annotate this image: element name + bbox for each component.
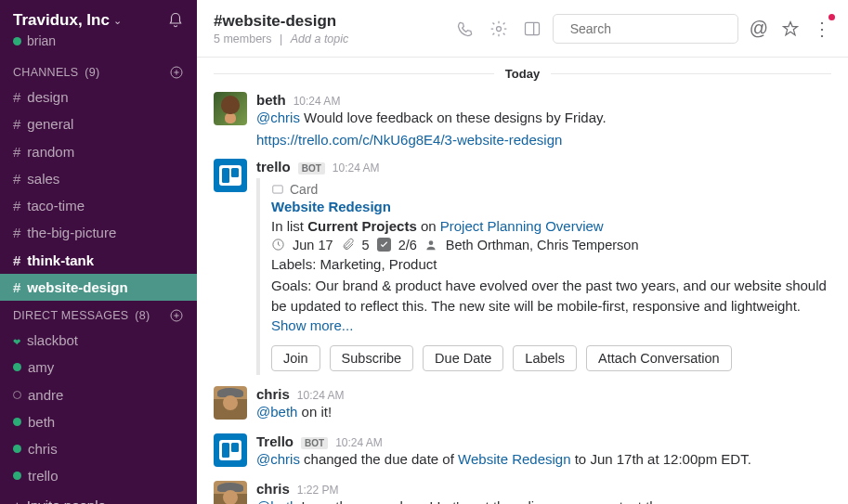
sidebar-channel-the-big-picture[interactable]: #the-big-picture [0,219,197,246]
more-icon[interactable]: ⋮ [813,18,831,40]
avatar[interactable] [214,386,247,420]
channel-name: design [27,86,68,108]
sidebar-channel-general[interactable]: #general [0,110,197,137]
sidebar: Travidux, Inc ⌄ brian CHANNELS (9) #desi… [0,0,197,504]
channel-title: #website-design [214,12,445,31]
dms-count: (8) [135,309,150,322]
channel-name: taco-time [27,195,85,216]
message-author[interactable]: beth [256,92,286,108]
join-button[interactable]: Join [271,345,320,371]
attach-conversation-button[interactable]: Attach Conversation [586,345,732,371]
add-dm-icon[interactable] [169,308,184,323]
svg-point-7 [429,240,434,245]
phone-icon[interactable] [456,19,475,38]
sidebar-dm-trello[interactable]: trello [0,462,197,489]
dm-name: slackbot [27,330,78,351]
avatar[interactable] [214,159,247,192]
sidebar-dm-chris[interactable]: chris [0,435,197,462]
notification-badge [828,14,835,20]
checklist-icon [377,238,391,252]
workspace-switcher[interactable]: Travidux, Inc ⌄ [13,11,122,30]
show-more[interactable]: Show more... [271,317,353,333]
card-location: In list Current Projects on Project Plan… [271,218,831,234]
message-text: @beth Love these mockups! Let's get them… [256,497,831,505]
add-topic[interactable]: Add a topic [291,32,349,45]
attachment-icon [341,238,355,252]
card-members: Beth Orthman, Chris Temperson [446,238,639,252]
svg-rect-5 [273,186,283,193]
hash-icon: # [13,250,20,271]
message-author[interactable]: Trello [256,433,294,449]
day-divider: Today [214,67,831,81]
avatar[interactable] [214,92,247,125]
search-box[interactable] [553,14,738,44]
sidebar-channel-sales[interactable]: #sales [0,165,197,192]
channel-name: the-big-picture [27,222,116,243]
trello-attachment: Card Website Redesign In list Current Pr… [256,178,831,375]
hash-icon: # [13,195,20,216]
trello-link[interactable]: https://trello.com/c/NkU6g8E4/3-website-… [256,132,562,148]
subscribe-button[interactable]: Subscribe [330,345,413,371]
board-link[interactable]: Project Planning Overview [440,218,604,234]
notifications-icon[interactable] [167,12,184,29]
sidebar-channel-random[interactable]: #random [0,138,197,165]
mention[interactable]: @beth [256,498,297,505]
message-author[interactable]: trello [256,159,291,174]
message-text: @chris changed the due date of Website R… [256,449,831,470]
channel-header: #website-design 5 members | Add a topic [214,12,445,45]
member-count[interactable]: 5 members [214,32,272,45]
card-link[interactable]: Website Redesign [458,451,570,467]
star-icon[interactable] [781,19,800,38]
sidebar-dm-slackbot[interactable]: slackbot [0,327,197,354]
labels-button[interactable]: Labels [513,345,577,371]
sidebar-dm-andre[interactable]: andre [0,381,197,408]
workspace-name: Travidux, Inc [13,11,110,30]
message-time: 10:24 AM [335,436,383,449]
dms-label: DIRECT MESSAGES [13,309,128,322]
message: beth 10:24 AM @chris Would love feedback… [214,86,831,153]
current-user[interactable]: brian [0,33,197,58]
dm-list: slackbotamyandrebethchristrello [0,327,197,490]
search-input[interactable] [570,21,733,36]
card-type: Card [271,182,831,197]
sidebar-channel-design[interactable]: #design [0,84,197,110]
chevron-down-icon: ⌄ [113,15,122,27]
message-author[interactable]: chris [256,481,290,497]
mentions-icon[interactable]: @ [750,18,768,39]
mention[interactable]: @chris [256,110,300,125]
sidebar-channel-taco-time[interactable]: #taco-time [0,192,197,219]
message-pane[interactable]: Today beth 10:24 AM @chris Would love fe… [197,58,848,504]
mention[interactable]: @beth [256,404,297,420]
message: trello BOT 10:24 AM Card Website Redesig… [214,153,831,381]
hash-icon: # [13,141,20,162]
channel-actions [456,19,541,38]
card-description: Goals: Our brand & product have evolved … [271,276,831,336]
sidebar-dm-beth[interactable]: beth [0,408,197,435]
sidebar-channel-think-tank[interactable]: #think-tank [0,247,197,274]
due-date-button[interactable]: Due Date [423,345,503,371]
panel-icon[interactable] [523,19,541,38]
dms-section-header: DIRECT MESSAGES (8) [0,301,197,327]
dm-name: chris [28,438,58,459]
dm-name: andre [28,384,63,406]
gear-icon[interactable] [489,19,508,38]
hash-icon: # [13,168,20,189]
hash-icon: # [13,113,20,135]
sidebar-dm-amy[interactable]: amy [0,354,197,381]
avatar[interactable] [214,433,247,467]
trello-icon [219,440,241,460]
sidebar-channel-website-design[interactable]: #website-design [0,274,197,301]
day-label: Today [505,67,540,81]
message-author[interactable]: chris [256,386,290,402]
presence-dot-icon [13,391,21,399]
invite-people[interactable]: +Invite people [0,490,197,505]
add-channel-icon[interactable] [169,65,184,80]
channel-name: sales [27,168,59,189]
channels-count: (9) [85,66,99,79]
presence-dot-icon [13,445,21,453]
card-title[interactable]: Website Redesign [271,199,831,214]
mention[interactable]: @chris [256,451,300,467]
channel-name: website-design [27,277,127,298]
avatar[interactable] [214,481,247,505]
divider: | [280,32,282,45]
